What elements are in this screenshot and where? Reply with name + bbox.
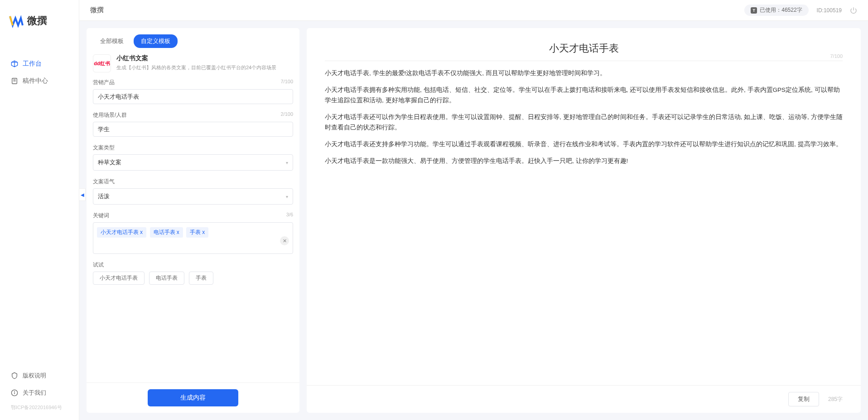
cube-icon (11, 60, 18, 67)
label: 使用场景/人群 (93, 111, 127, 119)
suggest-item[interactable]: 手表 (189, 272, 213, 285)
left-footer: 生成内容 (87, 382, 299, 413)
clear-button[interactable]: ✕ (280, 236, 289, 245)
logo: 微撰 (0, 0, 79, 37)
select-value: 活泼 (98, 192, 110, 200)
scene-input[interactable] (93, 122, 293, 137)
count: 7/100 (280, 79, 293, 86)
remove-icon[interactable]: x (140, 229, 143, 235)
tabs: 全部模板 自定义模板 (87, 28, 299, 54)
sidebar-item-copyright[interactable]: 版权说明 (0, 367, 79, 384)
text-icon: T (751, 7, 757, 14)
label: 文案类型 (93, 144, 115, 152)
field-keywords: 关键词3/6 小天才电话手表x 电话手表x 手表x ✕ (93, 212, 293, 254)
template-card: dd红书 小红书文案 生成【小红书】风格的各类文案，目前已覆盖小红书平台的24个… (87, 54, 299, 79)
sidebar-bottom: 版权说明 关于我们 鄂ICP备2022016946号 (0, 367, 79, 420)
remove-icon[interactable]: x (202, 229, 205, 235)
topbar-right: T 已使用：46522字 ID:100519 (744, 5, 857, 16)
nav: 工作台 稿件中心 (0, 37, 79, 367)
collapse-handle[interactable]: ◀ (79, 188, 86, 201)
tab-all[interactable]: 全部模板 (93, 34, 131, 48)
remove-icon[interactable]: x (177, 229, 179, 235)
template-badge: dd红书 (93, 54, 111, 72)
content: ◀ 全部模板 自定义模板 dd红书 小红书文案 生成【小红书】风格的各类文案，目… (79, 21, 868, 420)
output-paragraph: 小天才电话手表, 学生的最爱!这款电话手表不仅功能强大, 而且可以帮助学生更好地… (325, 68, 843, 79)
label: 试试 (93, 261, 104, 269)
output-paragraph: 小天才电话手表拥有多种实用功能, 包括电话、短信、社交、定位等。学生可以在手表上… (325, 85, 843, 106)
tab-custom[interactable]: 自定义模板 (134, 34, 178, 48)
label: 关键词 (93, 212, 109, 220)
sidebar-item-about[interactable]: 关于我们 (0, 384, 79, 401)
output: 小天才电话手表 7/100 小天才电话手表, 学生的最爱!这款电话手表不仅功能强… (307, 28, 861, 385)
logo-text: 微撰 (27, 14, 47, 28)
output-title: 小天才电话手表 (325, 42, 843, 55)
topbar: 微撰 T 已使用：46522字 ID:100519 (79, 0, 868, 21)
output-paragraph: 小天才电话手表还可以作为学生日程表使用。学生可以设置闹钟、提醒、日程安排等, 更… (325, 112, 843, 133)
nav-label: 工作台 (23, 60, 42, 68)
left-panel: 全部模板 自定义模板 dd红书 小红书文案 生成【小红书】风格的各类文案，目前已… (87, 28, 299, 413)
chevron-down-icon: ▾ (286, 160, 288, 165)
nav-label: 关于我们 (23, 389, 46, 397)
sidebar-item-workspace[interactable]: 工作台 (0, 55, 79, 72)
template-desc: 生成【小红书】风格的各类文案，目前已覆盖小红书平台的24个内容场景 (116, 64, 276, 72)
label: 营销产品 (93, 79, 115, 86)
select-value: 种草文案 (98, 158, 121, 167)
icp-footer: 鄂ICP备2022016946号 (0, 401, 79, 415)
usage-badge: T 已使用：46522字 (744, 5, 808, 16)
field-type: 文案类型 种草文案▾ (93, 144, 293, 171)
nav-label: 版权说明 (23, 372, 46, 380)
field-scene: 使用场景/人群2/100 (93, 111, 293, 137)
field-tone: 文案语气 活泼▾ (93, 178, 293, 205)
output-title-count: 7/100 (830, 53, 843, 59)
power-icon[interactable] (850, 7, 857, 14)
keywords-input[interactable]: 小天才电话手表x 电话手表x 手表x ✕ (93, 222, 293, 254)
copy-button[interactable]: 复制 (788, 392, 819, 406)
output-head: 小天才电话手表 7/100 (325, 42, 843, 61)
info-icon (11, 389, 18, 396)
usage-text: 已使用：46522字 (760, 6, 802, 14)
nav-label: 稿件中心 (23, 77, 48, 85)
product-input[interactable] (93, 89, 293, 104)
output-paragraph: 小天才电话手表是一款功能强大、易于使用、方便管理的学生电话手表。赶快入手一只吧,… (325, 156, 843, 167)
keyword-tag[interactable]: 电话手表x (150, 227, 183, 238)
generate-button[interactable]: 生成内容 (148, 389, 238, 406)
char-count: 285字 (828, 396, 843, 403)
template-title: 小红书文案 (116, 54, 276, 62)
form: 营销产品7/100 使用场景/人群2/100 文案类型 种草文案▾ 文案语气 活… (87, 79, 299, 382)
main: 微撰 T 已使用：46522字 ID:100519 ◀ 全部模板 自定义模板 d… (79, 0, 868, 420)
svg-point-5 (14, 391, 15, 391)
keyword-tag[interactable]: 小天才电话手表x (97, 227, 146, 238)
sidebar-item-drafts[interactable]: 稿件中心 (0, 72, 79, 90)
chevron-down-icon: ▾ (286, 194, 288, 199)
suggest-item[interactable]: 小天才电话手表 (93, 272, 145, 285)
keyword-tag[interactable]: 手表x (186, 227, 208, 238)
output-footer: 复制 285字 (307, 385, 861, 413)
suggest-list: 小天才电话手表 电话手表 手表 (93, 272, 293, 285)
document-icon (11, 77, 18, 85)
type-select[interactable]: 种草文案▾ (93, 154, 293, 171)
count: 3/6 (286, 212, 293, 220)
count: 2/100 (280, 111, 293, 119)
logo-icon (9, 14, 24, 28)
page-title: 微撰 (90, 6, 104, 14)
sidebar: 微撰 工作台 稿件中心 版权说明 关于我们 鄂ICP备2022016946号 (0, 0, 79, 420)
tone-select[interactable]: 活泼▾ (93, 188, 293, 205)
right-panel: 小天才电话手表 7/100 小天才电话手表, 学生的最爱!这款电话手表不仅功能强… (307, 28, 861, 413)
suggest-item[interactable]: 电话手表 (149, 272, 184, 285)
shield-icon (11, 372, 18, 379)
label: 文案语气 (93, 178, 115, 186)
output-paragraph: 小天才电话手表还支持多种学习功能。学生可以通过手表观看课程视频、听录音、进行在线… (325, 139, 843, 150)
field-suggest: 试试 小天才电话手表 电话手表 手表 (93, 261, 293, 285)
field-product: 营销产品7/100 (93, 79, 293, 104)
template-info: 小红书文案 生成【小红书】风格的各类文案，目前已覆盖小红书平台的24个内容场景 (116, 54, 276, 72)
user-id: ID:100519 (817, 7, 842, 14)
